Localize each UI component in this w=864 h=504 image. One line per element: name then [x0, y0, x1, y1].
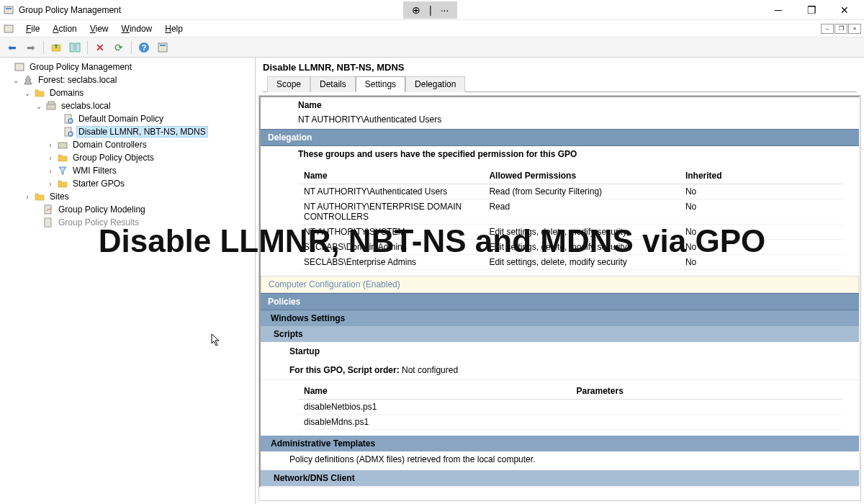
gpo-link-icon — [63, 126, 74, 138]
table-header-row: Name Parameters — [298, 383, 843, 400]
table-row: NT AUTHORITY\ENTERPRISE DOMAIN CONTROLLE… — [298, 199, 843, 225]
tree-pane[interactable]: Group Policy Management ⌄ Forest: seclab… — [0, 58, 256, 504]
results-icon — [42, 217, 54, 228]
tree-modeling[interactable]: Group Policy Modeling — [0, 203, 255, 216]
tree-forest[interactable]: ⌄ Forest: seclabs.local — [0, 73, 255, 86]
twisty-icon[interactable]: › — [46, 180, 55, 188]
tree-label: Group Policy Management — [27, 61, 134, 73]
zoom-icon[interactable]: ⊕ — [408, 4, 425, 16]
filter-icon — [57, 165, 68, 176]
up-button[interactable] — [48, 40, 64, 55]
back-button[interactable]: ⬅ — [4, 40, 20, 55]
center-toolbar: ⊕ | ··· — [403, 1, 457, 19]
svg-rect-19 — [45, 218, 51, 227]
window-title: Group Policy Management — [19, 5, 121, 15]
forest-icon — [22, 74, 34, 86]
forward-button[interactable]: ➡ — [23, 40, 39, 55]
mdi-close[interactable]: × — [848, 24, 861, 34]
help-button[interactable]: ? — [136, 40, 152, 55]
scripts-header: Scripts — [261, 326, 859, 342]
tab-scope[interactable]: Scope — [267, 76, 310, 92]
refresh-button[interactable]: ⟳ — [111, 40, 127, 55]
col-script-params: Parameters — [571, 383, 844, 400]
menu-file[interactable]: File — [20, 22, 45, 35]
tree-label: Domains — [48, 87, 86, 99]
col-script-name: Name — [298, 383, 571, 400]
show-hide-button[interactable] — [67, 40, 83, 55]
delegation-header: Delegation — [261, 129, 859, 146]
table-row: SECLABS\Domain AdminsEdit settings, dele… — [298, 240, 843, 255]
domain-icon — [45, 100, 57, 112]
tree-results[interactable]: Group Policy Results — [0, 216, 255, 229]
table-row: NT AUTHORITY\Authenticated UsersRead (fr… — [298, 184, 843, 199]
svg-rect-2 — [4, 25, 13, 32]
mdi-restore[interactable]: ❐ — [834, 24, 847, 34]
tab-details[interactable]: Details — [310, 76, 356, 92]
tab-delegation[interactable]: Delegation — [405, 76, 465, 92]
windows-settings-header: Windows Settings — [261, 310, 859, 326]
twisty-icon[interactable]: ⌄ — [23, 89, 32, 97]
tree-root[interactable]: Group Policy Management — [0, 60, 255, 73]
table-header-row: Name Allowed Permissions Inherited — [298, 168, 843, 184]
close-button[interactable]: ✕ — [828, 0, 861, 20]
settings-body[interactable]: Name NT AUTHORITY\Authenticated Users De… — [258, 95, 861, 501]
tree-dc[interactable]: › Domain Controllers — [0, 138, 255, 151]
tree-domain[interactable]: ⌄ seclabs.local — [0, 99, 255, 112]
mdi-controls: – ❐ × — [820, 24, 861, 34]
tree-label: Group Policy Objects — [71, 152, 156, 163]
folder-icon — [57, 152, 68, 163]
toolbar-sep — [43, 41, 44, 54]
svg-rect-12 — [48, 102, 54, 104]
console-icon — [14, 61, 25, 73]
auth-users-value: NT AUTHORITY\Authenticated Users — [261, 113, 859, 129]
more-icon[interactable]: ··· — [436, 4, 454, 16]
twisty-icon[interactable]: › — [46, 141, 55, 149]
svg-rect-0 — [4, 6, 13, 14]
tree-label: Default Domain Policy — [76, 113, 166, 125]
delete-button[interactable]: ✕ — [92, 40, 108, 55]
tab-settings[interactable]: Settings — [356, 76, 405, 92]
minimize-button[interactable]: ─ — [762, 0, 795, 20]
tree-domains[interactable]: ⌄ Domains — [0, 86, 255, 99]
computer-config-header: Computer Configuration (Enabled) — [261, 276, 859, 293]
tree-starter[interactable]: › Starter GPOs — [0, 177, 255, 190]
tree-label: Starter GPOs — [71, 178, 127, 189]
twisty-icon[interactable]: › — [46, 167, 55, 175]
titlebar: Group Policy Management ⊕ | ··· ─ ❐ ✕ — [0, 0, 864, 20]
mdi-minimize[interactable]: – — [821, 24, 834, 34]
col-name: Name — [298, 168, 483, 184]
twisty-icon[interactable]: › — [23, 193, 32, 201]
tree-gpo-container[interactable]: › Group Policy Objects — [0, 151, 255, 164]
tree-wmi[interactable]: › WMI Filters — [0, 164, 255, 177]
col-perms: Allowed Permissions — [483, 168, 680, 184]
maximize-button[interactable]: ❐ — [795, 0, 828, 20]
twisty-icon[interactable]: ⌄ — [12, 76, 20, 84]
network-dns-header: Network/DNS Client — [261, 470, 859, 486]
table-row: NT AUTHORITY\SYSTEMEdit settings, delete… — [298, 225, 843, 240]
tree-sites[interactable]: › Sites — [0, 190, 255, 203]
tree-disable-gpo[interactable]: Disable LLMNR, NBT-NS, MDNS — [0, 125, 255, 138]
scripts-table: Name Parameters disableNetbios.ps1 disab… — [298, 383, 843, 430]
twisty-icon[interactable]: ⌄ — [35, 102, 43, 110]
menu-view[interactable]: View — [84, 22, 114, 35]
tree-label: Disable LLMNR, NBT-NS, MDNS — [76, 126, 208, 138]
toolbar-sep2 — [87, 41, 88, 54]
modeling-icon — [42, 204, 54, 215]
menu-help[interactable]: Help — [159, 22, 189, 35]
twisty-icon[interactable]: › — [46, 154, 55, 162]
svg-rect-1 — [6, 8, 12, 9]
toolbar-sep3 — [131, 41, 132, 54]
svg-rect-17 — [58, 143, 67, 148]
policies-header: Policies — [261, 293, 859, 310]
tree-default-policy[interactable]: Default Domain Policy — [0, 112, 255, 125]
col-inherited: Inherited — [680, 168, 843, 184]
menu-window[interactable]: Window — [116, 22, 158, 35]
menubar: File Action View Window Help – ❐ × — [0, 20, 864, 37]
settings-report: Name NT AUTHORITY\Authenticated Users De… — [259, 96, 860, 487]
delegation-table: Name Allowed Permissions Inherited NT AU… — [298, 168, 843, 270]
properties-button[interactable] — [155, 40, 171, 55]
menu-action[interactable]: Action — [47, 22, 82, 35]
folder-icon — [34, 87, 45, 99]
main-content: Group Policy Management ⌄ Forest: seclab… — [0, 58, 864, 504]
svg-rect-9 — [160, 45, 166, 46]
